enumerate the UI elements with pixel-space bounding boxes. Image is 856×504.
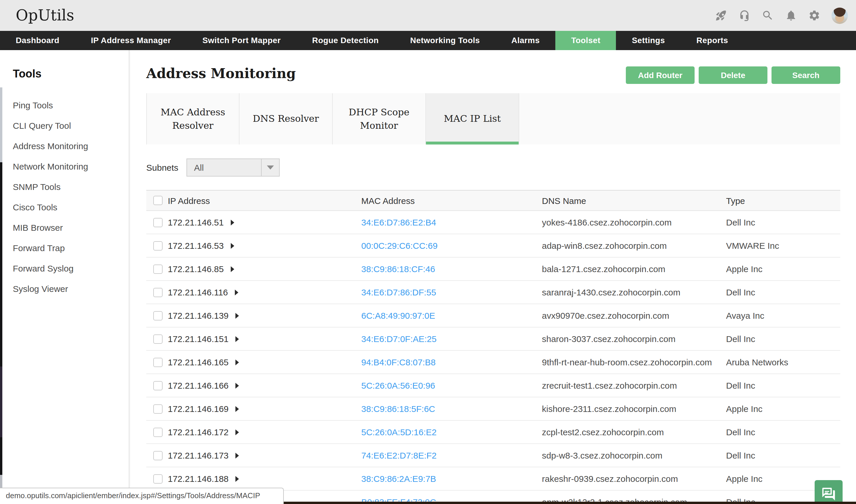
row-checkbox[interactable] bbox=[153, 311, 163, 320]
ip-address-value: 172.21.146.116 bbox=[168, 287, 228, 297]
row-checkbox[interactable] bbox=[153, 358, 163, 367]
row-expand-arrow-icon[interactable] bbox=[231, 219, 234, 225]
search-button[interactable]: Search bbox=[771, 67, 840, 84]
sidebar-item-ping-tools[interactable]: Ping Tools bbox=[0, 95, 129, 115]
ip-address-value: 172.21.146.173 bbox=[168, 450, 229, 460]
row-expand-arrow-icon[interactable] bbox=[235, 289, 238, 295]
row-expand-arrow-icon[interactable] bbox=[236, 406, 239, 412]
row-expand-arrow-icon[interactable] bbox=[236, 359, 239, 365]
screen-edge-artifact-left bbox=[0, 87, 2, 504]
mac-address-link[interactable]: 74:E6:E2:D7:8E:F2 bbox=[361, 450, 542, 460]
sidebar-item-mib-browser[interactable]: MIB Browser bbox=[0, 217, 129, 238]
headset-icon[interactable] bbox=[738, 9, 751, 21]
dns-name-value: zrecruit-test1.csez.zohocorpin.com bbox=[542, 380, 726, 390]
type-value: Apple Inc bbox=[726, 404, 840, 414]
nav-item-toolset[interactable]: Toolset bbox=[555, 31, 616, 50]
tab-mac-ip-list[interactable]: MAC IP List bbox=[426, 93, 519, 144]
tab-dns-resolver[interactable]: DNS Resolver bbox=[239, 93, 333, 144]
nav-item-rogue-detection[interactable]: Rogue Detection bbox=[296, 31, 394, 50]
sidebar-item-network-monitoring[interactable]: Network Monitoring bbox=[0, 156, 129, 177]
dns-name-value: bala-1271.csez.zohocorpin.com bbox=[542, 264, 726, 274]
subnets-label: Subnets bbox=[146, 163, 178, 173]
dns-name-value: kishore-2311.csez.zohocorpin.com bbox=[542, 404, 726, 414]
row-expand-arrow-icon[interactable] bbox=[236, 312, 239, 319]
row-expand-arrow-icon[interactable] bbox=[236, 382, 239, 388]
row-checkbox[interactable] bbox=[153, 404, 163, 413]
row-expand-arrow-icon[interactable] bbox=[231, 266, 234, 272]
row-checkbox[interactable] bbox=[153, 427, 163, 437]
row-checkbox[interactable] bbox=[153, 241, 163, 250]
add-router-button[interactable]: Add Router bbox=[626, 67, 695, 84]
sidebar-item-cli-query-tool[interactable]: CLI Query Tool bbox=[0, 115, 129, 136]
delete-button[interactable]: Delete bbox=[699, 67, 767, 84]
row-expand-arrow-icon[interactable] bbox=[231, 243, 234, 249]
tools-sidebar: Tools Ping ToolsCLI Query ToolAddress Mo… bbox=[0, 50, 129, 504]
table-row: 172.21.146.5300:0C:29:C6:CC:69adap-win8.… bbox=[146, 234, 840, 257]
row-checkbox[interactable] bbox=[153, 381, 163, 390]
sidebar-item-snmp-tools[interactable]: SNMP Tools bbox=[0, 177, 129, 197]
type-value: Dell Inc bbox=[726, 217, 840, 227]
rocket-icon[interactable] bbox=[715, 9, 727, 21]
mac-address-link[interactable]: 00:0C:29:C6:CC:69 bbox=[361, 241, 542, 251]
nav-item-alarms[interactable]: Alarms bbox=[496, 31, 555, 50]
mac-address-link[interactable]: 34:E6:D7:86:E2:B4 bbox=[361, 217, 542, 227]
row-checkbox[interactable] bbox=[153, 474, 163, 483]
table-row: 172.21.146.18838:C9:86:2A:E9:7Brakeshr-0… bbox=[146, 467, 840, 491]
ip-address-value: 172.21.146.51 bbox=[168, 217, 224, 227]
tab-dhcp-scope-monitor[interactable]: DHCP Scope Monitor bbox=[333, 93, 426, 144]
row-checkbox[interactable] bbox=[153, 451, 163, 460]
sidebar-item-address-monitoring[interactable]: Address Monitoring bbox=[0, 136, 129, 156]
sidebar-item-syslog-viewer[interactable]: Syslog Viewer bbox=[0, 278, 129, 299]
row-checkbox[interactable] bbox=[153, 218, 163, 227]
search-icon[interactable] bbox=[762, 9, 774, 21]
ip-address-value: 172.21.146.172 bbox=[168, 427, 229, 437]
mac-address-link[interactable]: 34:E6:D7:0F:AE:25 bbox=[361, 334, 542, 344]
table-header-row: IP Address MAC Address DNS Name Type bbox=[146, 190, 840, 211]
nav-item-networking-tools[interactable]: Networking Tools bbox=[394, 31, 496, 50]
sidebar-item-forward-trap[interactable]: Forward Trap bbox=[0, 238, 129, 258]
mac-address-link[interactable]: 34:E6:D7:86:DF:55 bbox=[361, 287, 542, 297]
nav-item-dashboard[interactable]: Dashboard bbox=[0, 31, 75, 50]
chat-feedback-button[interactable] bbox=[815, 480, 843, 504]
tab-mac-address-resolver[interactable]: MAC Address Resolver bbox=[146, 93, 239, 144]
sidebar-item-forward-syslog[interactable]: Forward Syslog bbox=[0, 258, 129, 278]
row-expand-arrow-icon[interactable] bbox=[236, 336, 239, 342]
table-row: 172.21.146.16938:C9:86:18:5F:6Ckishore-2… bbox=[146, 397, 840, 421]
dns-name-value: rakeshr-0939.csez.zohocorpin.com bbox=[542, 474, 726, 484]
nav-item-settings[interactable]: Settings bbox=[616, 31, 681, 50]
mac-address-link[interactable]: 5C:26:0A:56:E0:96 bbox=[361, 380, 542, 390]
table-row: 172.21.146.17374:E6:E2:D7:8E:F2sdp-w8-3.… bbox=[146, 444, 840, 467]
row-expand-arrow-icon[interactable] bbox=[236, 429, 239, 435]
row-checkbox[interactable] bbox=[153, 334, 163, 343]
table-row: 172.21.146.1396C:A8:49:90:97:0Eavx90970e… bbox=[146, 304, 840, 327]
select-all-checkbox[interactable] bbox=[153, 196, 163, 205]
mac-address-link[interactable]: 94:B4:0F:C8:07:B8 bbox=[361, 357, 542, 367]
gear-icon[interactable] bbox=[808, 9, 820, 21]
bell-icon[interactable] bbox=[785, 9, 797, 21]
page-title: Address Monitoring bbox=[146, 65, 296, 81]
type-value: Apple Inc bbox=[726, 264, 840, 274]
row-checkbox[interactable] bbox=[153, 288, 163, 297]
mac-address-link[interactable]: 38:C9:86:18:5F:6C bbox=[361, 404, 542, 414]
mac-address-link[interactable]: 38:C9:86:18:CF:46 bbox=[361, 264, 542, 274]
sidebar-item-cisco-tools[interactable]: Cisco Tools bbox=[0, 197, 129, 217]
col-header-dns: DNS Name bbox=[542, 196, 726, 205]
mac-address-link[interactable]: 38:C9:86:2A:E9:7B bbox=[361, 474, 542, 484]
user-avatar[interactable] bbox=[832, 7, 848, 23]
subnets-dropdown[interactable]: All bbox=[186, 159, 280, 177]
row-expand-arrow-icon[interactable] bbox=[236, 476, 239, 482]
mac-address-link[interactable]: 6C:A8:49:90:97:0E bbox=[361, 310, 542, 321]
mac-address-link[interactable]: 5C:26:0A:5D:16:E2 bbox=[361, 427, 542, 437]
nav-item-ip-address-manager[interactable]: IP Address Manager bbox=[75, 31, 187, 50]
type-value: Dell Inc bbox=[726, 334, 840, 344]
row-checkbox[interactable] bbox=[153, 264, 163, 273]
row-expand-arrow-icon[interactable] bbox=[236, 452, 239, 458]
type-value: Aruba Networks bbox=[726, 357, 840, 367]
table-row: 172.21.146.1725C:26:0A:5D:16:E2zcpl-test… bbox=[146, 421, 840, 444]
mac-ip-table: IP Address MAC Address DNS Name Type 172… bbox=[146, 190, 840, 504]
type-value: Dell Inc bbox=[726, 380, 840, 390]
app-window: OpUtils DashboardIP Address ManagerSwitc… bbox=[0, 0, 856, 504]
subnets-dropdown-arrow[interactable] bbox=[261, 159, 279, 176]
nav-item-reports[interactable]: Reports bbox=[681, 31, 744, 50]
nav-item-switch-port-mapper[interactable]: Switch Port Mapper bbox=[187, 31, 297, 50]
